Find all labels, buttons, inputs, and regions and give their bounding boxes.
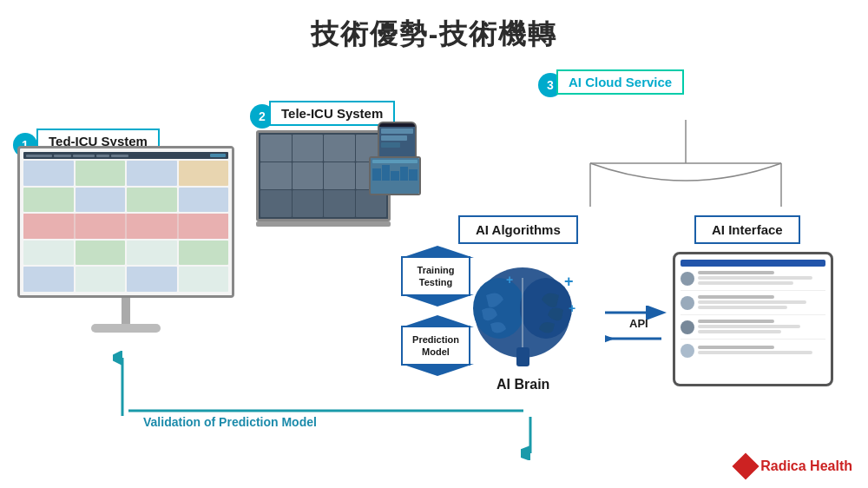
tele-icu-devices <box>256 113 421 260</box>
ted-icu-monitor <box>9 146 243 333</box>
api-arrow-left <box>605 332 670 351</box>
brain-down-arrow <box>521 417 540 460</box>
ai-brain-svg: + + + <box>456 247 590 382</box>
svg-text:+: + <box>564 273 574 290</box>
api-label: API <box>629 317 648 330</box>
validation-label: Validation of Prediction Model <box>143 415 317 429</box>
page-title: 技術優勢-技術機轉 <box>0 0 868 54</box>
svg-rect-8 <box>516 347 529 366</box>
prediction-model-hex: Prediction Model <box>401 326 470 366</box>
training-testing-hex: Training Testing <box>401 256 470 296</box>
svg-text:+: + <box>506 273 513 287</box>
logo-icon <box>733 452 760 479</box>
cloud-tree-lines <box>538 94 833 233</box>
svg-text:+: + <box>569 301 575 315</box>
ai-interface-tablet <box>673 252 833 386</box>
ai-cloud-label: AI Cloud Service <box>556 69 684 95</box>
logo-text: Radica Health <box>760 458 852 474</box>
ai-brain-label: AI Brain <box>496 377 549 392</box>
logo-area: Radica Health <box>736 457 852 476</box>
logo-brand-text: Radica Health <box>760 458 852 473</box>
